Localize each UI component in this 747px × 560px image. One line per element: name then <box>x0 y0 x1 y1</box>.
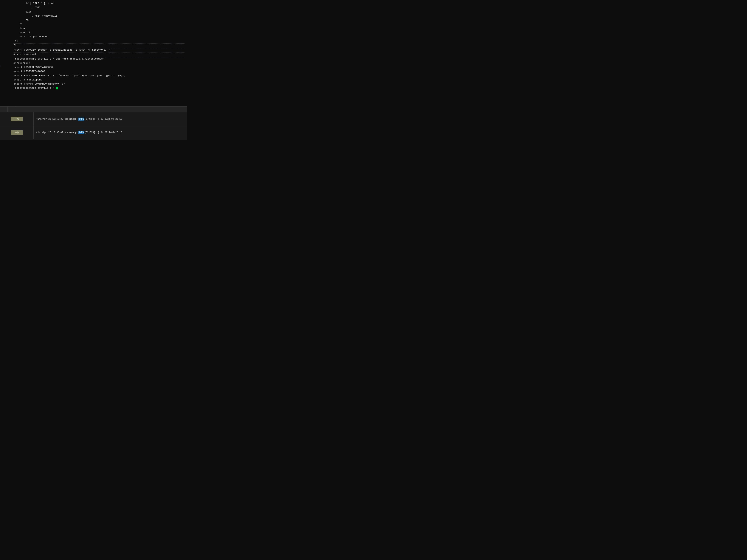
terminal-line: export HISTSIZE=10000 <box>14 70 184 74</box>
terminal-line: export HISTFILESIZE=400000 <box>14 65 184 70</box>
level-badge: 一般 <box>11 130 23 135</box>
terminal-line: . "$i" >/dev/null <box>14 14 184 18</box>
level-cell: 一般 <box>0 112 34 126</box>
terminal-line: unset -f pathmunge <box>14 35 184 39</box>
level-badge: 一般 <box>11 117 23 121</box>
header-level <box>0 107 8 112</box>
highlight-text: HWHW <box>78 117 84 121</box>
terminal-line: shopt -s histappend <box>14 78 184 82</box>
table-row: 一般<141>Apr 26 18:53:39 scdsmmapp HWHW[57… <box>0 112 187 126</box>
message-cell: <141>Apr 26 18:38:02 scdsmmapp HWHW[5313… <box>34 130 187 135</box>
terminal-line: export HISTTIMEFORMAT="%F %T `whoami` `p… <box>14 74 184 78</box>
header-message <box>8 107 15 112</box>
bottom-rows: 一般<141>Apr 26 18:53:39 scdsmmapp HWHW[57… <box>0 112 187 139</box>
highlight-text: HWHW <box>78 131 84 134</box>
terminal-output: if [ "$PS1" ]; then . "$i" else . "$i" >… <box>14 1 184 90</box>
terminal-cursor <box>56 87 58 89</box>
i-beam-cursor <box>26 27 26 30</box>
terminal-area: if [ "$PS1" ]; then . "$i" else . "$i" >… <box>11 0 187 106</box>
table-row: 一般<141>Apr 26 18:38:02 scdsmmapp HWHW[53… <box>0 126 187 139</box>
terminal-line: unset i <box>14 31 184 35</box>
terminal-line: [root@scdsmmapp profile.d]# <box>14 86 184 90</box>
terminal-line: fi <box>14 22 184 26</box>
terminal-line: fi <box>14 39 184 43</box>
terminal-line: export PROMPT_COMMAND="history -a" <box>14 82 184 86</box>
terminal-line: # vim:ts=4:sw=4 <box>14 52 184 57</box>
bottom-header <box>0 107 187 112</box>
terminal-line: PROMPT_COMMAND='logger -p local1.notice … <box>14 48 184 52</box>
terminal-line: fi <box>14 43 184 48</box>
terminal-line: . "$i" <box>14 6 184 10</box>
terminal-line: fi <box>14 18 184 22</box>
terminal-line: done <box>14 27 184 31</box>
left-panel-label <box>0 65 1 67</box>
terminal-line: #!/bin/bash <box>14 61 184 65</box>
level-cell: 一般 <box>0 126 34 139</box>
message-cell: <141>Apr 26 18:53:39 scdsmmapp HWHW[5797… <box>34 117 187 122</box>
terminal-line: [root@scdsmmapp profile.d]# cat /etc/pro… <box>14 57 184 61</box>
terminal-line: else <box>14 10 184 14</box>
bottom-panel: 一般<141>Apr 26 18:53:39 scdsmmapp HWHW[57… <box>0 106 187 140</box>
terminal-line: if [ "$PS1" ]; then <box>14 1 184 6</box>
